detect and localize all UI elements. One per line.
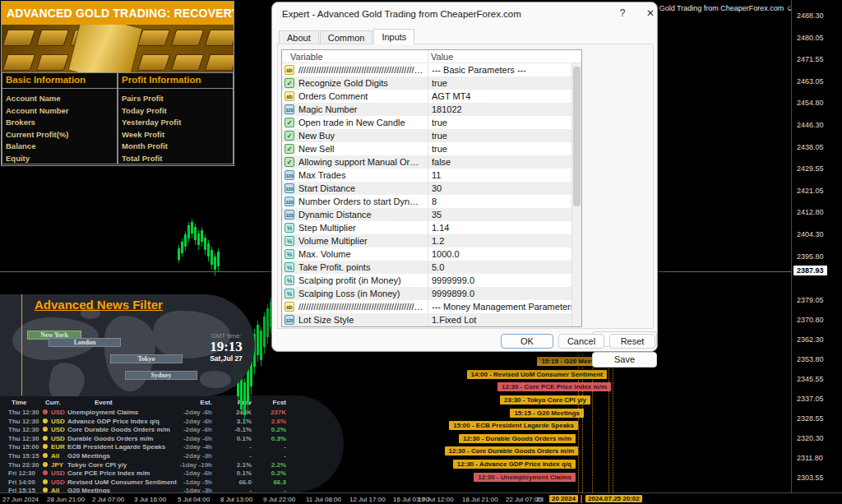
highlighted-time-label: 20 2024 (549, 495, 578, 502)
price-tick-label: 2480.05 (797, 34, 824, 42)
candle-body (201, 230, 203, 242)
scrollbar[interactable] (571, 63, 581, 326)
parameter-value[interactable]: 1.Fixed Lot (432, 315, 571, 325)
price-axis[interactable]: 2488.302480.052471.552463.052454.802446.… (791, 0, 842, 492)
ea-banner-title: ADVANCED GOLD TRADING: RECOVERY (2, 2, 234, 25)
parameter-row[interactable]: ab//////////////////////////////////////… (282, 63, 581, 76)
cancel-button[interactable]: Cancel (558, 334, 604, 349)
event-currency: USD (51, 426, 65, 433)
event-currency: USD (51, 479, 65, 486)
parameter-row[interactable]: 123Start Distance30 (282, 182, 581, 195)
parameter-row[interactable]: ✓Recognize Gold Digitstrue (282, 76, 581, 90)
parameter-row[interactable]: ✓Open trade in New Candletrue (282, 116, 581, 129)
parameter-value[interactable]: --- Money Management Parameters --- (432, 302, 571, 312)
parameter-row[interactable]: 123Lot Size Style1.Fixed Lot (282, 313, 581, 326)
calendar-column-header: Curr. (45, 399, 61, 406)
candle-body (194, 227, 197, 240)
event-forecast: - (253, 452, 286, 460)
expert-properties-dialog: Expert - Advanced Gold Trading from Chea… (271, 2, 658, 352)
time-tick-label: 3 Jul 16:00 (134, 496, 166, 503)
event-estimate: -2day -6h (167, 409, 212, 416)
parameter-value[interactable]: 30 (432, 183, 571, 193)
parameter-value[interactable]: 9999899.0 (432, 289, 571, 298)
parameter-value[interactable]: 11 (432, 170, 571, 180)
impact-dot-icon (43, 409, 48, 414)
parameter-value[interactable]: --- Basic Parameters --- (432, 65, 571, 75)
news-event-label: 23:30 - Tokyo Core CPI y/y (500, 395, 590, 405)
parameter-row[interactable]: 123Max Trades11 (282, 169, 581, 182)
event-name: G20 Meetings (67, 452, 110, 460)
help-icon[interactable]: ? (614, 7, 631, 21)
parameter-row[interactable]: ½Max. Volume1000.0 (282, 247, 581, 261)
event-currency: USD (51, 469, 65, 477)
time-tick-label: 8 Jul 13:00 (220, 496, 252, 503)
profit-info-item: Yesterday Profit (122, 117, 231, 129)
dbl-type-icon: ½ (285, 249, 294, 259)
parameter-value[interactable]: 1.14 (432, 223, 571, 233)
parameter-value[interactable]: true (432, 118, 571, 127)
event-forecast: - (253, 443, 286, 451)
parameter-row[interactable]: ✓Allowing support Manual Ordersfalse (282, 155, 581, 169)
save-button[interactable]: Save (592, 352, 657, 368)
event-time-line (608, 354, 609, 492)
parameter-value[interactable]: true (432, 78, 571, 88)
parameter-value[interactable]: 8 (432, 197, 571, 206)
gold-bar-small (2, 54, 35, 71)
parameter-row[interactable]: ✓New Selltrue (282, 142, 581, 155)
parameter-value[interactable]: true (432, 131, 571, 141)
parameter-row[interactable]: ½Volume Multiplier1.2 (282, 234, 581, 247)
parameter-name: ////////////////////////////////////////… (298, 302, 423, 312)
candle-body (210, 250, 213, 265)
price-tick-label: 2488.30 (797, 12, 824, 20)
parameter-row[interactable]: ½Step Multiplier1.14 (282, 221, 581, 234)
parameter-value[interactable]: 181022 (432, 104, 571, 114)
parameter-name: Volume Multiplier (298, 236, 423, 246)
column-divider[interactable] (428, 50, 428, 326)
parameter-value[interactable]: true (432, 144, 571, 154)
event-name: ECB President Lagarde Speaks (67, 443, 165, 451)
scrollbar-thumb[interactable] (573, 67, 581, 206)
calendar-event-row: Fri 15:15AllG20 Meetings-1day -3h-- (0, 487, 344, 492)
dbl-type-icon: ½ (285, 275, 294, 285)
parameter-row[interactable]: ½Scalping Loss (in Money)9999899.0 (282, 287, 581, 300)
calendar-column-header: Fcst (253, 399, 286, 406)
world-map (200, 371, 231, 388)
parameter-value[interactable]: false (432, 157, 571, 167)
close-icon[interactable]: ✕ (642, 7, 659, 21)
ok-button[interactable]: OK (501, 334, 553, 349)
gold-bars-image (2, 25, 234, 72)
impact-dot-icon (43, 436, 48, 441)
parameter-row[interactable]: ✓New Buytrue (282, 129, 581, 142)
world-map (104, 316, 155, 391)
basic-info-item: Brokers (6, 117, 115, 129)
int-type-icon: 123 (285, 210, 294, 220)
parameter-row[interactable]: 123Magic Number181022 (282, 103, 581, 116)
candle-body (217, 252, 220, 266)
time-axis[interactable]: 27 Jun 202428 Jun 21:002 Jul 07:003 Jul … (0, 492, 842, 504)
parameter-value[interactable]: 1000.0 (432, 249, 571, 259)
event-forecast: 2.6% (253, 418, 286, 425)
profit-info-header: Profit Information (118, 72, 234, 89)
parameter-row[interactable]: ab//////////////////////////////////////… (282, 300, 581, 313)
gold-bar-large (67, 25, 142, 72)
parameter-value[interactable]: 1.2 (432, 236, 571, 246)
bool-type-icon: ✓ (285, 118, 294, 127)
calendar-event-row: Fri 12:30USDCore PCE Price Index m/m-1da… (0, 469, 344, 478)
parameter-value[interactable]: 5.0 (432, 262, 571, 272)
tab-inputs[interactable]: Inputs (373, 29, 414, 44)
parameter-value[interactable]: 35 (432, 210, 571, 220)
price-tick-label: 2303.55 (797, 474, 824, 482)
parameter-value[interactable]: 9999999.0 (432, 275, 571, 285)
parameter-row[interactable]: 123Dynamic Distance35 (282, 208, 581, 221)
reset-button[interactable]: Reset (609, 334, 655, 349)
parameter-row[interactable]: ½Scalping profit (in Money)9999999.0 (282, 274, 581, 287)
candle-body (178, 248, 180, 260)
parameter-row[interactable]: ½Take Profit. points5.0 (282, 261, 581, 274)
calendar-event-row: Thu 12:30USDUnemployment Claims-2day -6h… (0, 409, 344, 417)
event-currency: JPY (51, 461, 63, 469)
gold-bar-small (137, 54, 170, 71)
event-estimate: -1day -3h (167, 487, 212, 492)
parameter-row[interactable]: 123Number Orders to start Dynamic Dista.… (282, 195, 581, 208)
parameter-row[interactable]: abOrders CommentAGT MT4 (282, 90, 581, 103)
parameter-value[interactable]: AGT MT4 (432, 91, 571, 101)
